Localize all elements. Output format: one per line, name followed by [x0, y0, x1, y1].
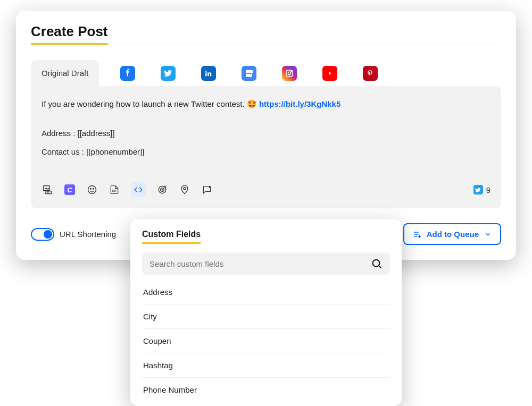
chevron-down-icon [484, 231, 492, 238]
svg-point-12 [184, 187, 186, 189]
custom-field-item[interactable]: Coupen [142, 329, 390, 353]
svg-point-13 [209, 186, 210, 188]
page-title: Create Post [31, 23, 108, 45]
custom-field-item[interactable]: Hashtag [142, 353, 390, 378]
editor-text-line3: Contact us : [[phonenumber]] [41, 145, 491, 159]
tabs-row: Original Draft [31, 60, 501, 86]
editor-toolbar: C GIF 9 [41, 182, 491, 197]
add-to-queue-label: Add to Queue [427, 230, 479, 239]
custom-field-item[interactable]: City [142, 304, 390, 329]
youtube-icon[interactable] [322, 66, 337, 81]
social-icons-row [120, 66, 378, 81]
google-business-icon[interactable] [242, 66, 256, 81]
search-icon[interactable] [371, 258, 383, 269]
target-icon[interactable] [156, 184, 168, 196]
post-editor[interactable]: If you are wondering how to launch a new… [31, 86, 501, 208]
custom-fields-popup: Custom Fields Address City Coupen Hashta… [130, 219, 402, 406]
first-comment-icon[interactable] [201, 184, 213, 196]
twitter-icon[interactable] [161, 66, 176, 81]
title-row: Create Post [31, 23, 501, 45]
custom-field-item[interactable]: Address [142, 280, 390, 304]
custom-fields-search-input[interactable] [149, 259, 371, 268]
svg-text:GIF: GIF [112, 189, 117, 192]
tab-original-draft[interactable]: Original Draft [31, 60, 99, 86]
add-to-queue-button[interactable]: Add to Queue [403, 223, 501, 245]
editor-content: If you are wondering how to launch a new… [41, 97, 491, 159]
editor-link[interactable]: https://bit.ly/3KgNkk5 [259, 99, 340, 108]
custom-field-item[interactable]: Phone Number [142, 378, 390, 402]
custom-fields-icon[interactable] [131, 182, 146, 197]
svg-point-5 [88, 186, 96, 194]
custom-fields-search-wrap [142, 252, 390, 275]
editor-text-line2: Address : [[address]] [41, 126, 491, 140]
svg-point-7 [93, 189, 94, 190]
character-counter: 9 [473, 185, 491, 194]
queue-icon [413, 230, 421, 239]
location-icon[interactable] [179, 184, 190, 196]
emoji-icon[interactable] [86, 184, 98, 196]
editor-text-line1: If you are wondering how to launch a new… [41, 99, 247, 108]
svg-point-6 [90, 189, 92, 190]
custom-fields-list: Address City Coupen Hashtag Phone Number [142, 280, 390, 402]
gif-icon[interactable]: GIF [109, 184, 120, 196]
url-shortening-label: URL Shortening [60, 230, 116, 239]
custom-fields-title: Custom Fields [142, 230, 201, 244]
char-count-value: 9 [486, 185, 491, 194]
twitter-small-icon [473, 185, 483, 194]
instagram-icon[interactable] [282, 66, 297, 81]
url-shortening-toggle[interactable] [31, 228, 54, 241]
svg-point-14 [373, 260, 380, 267]
media-icon[interactable] [41, 184, 53, 196]
url-shortening-toggle-wrap: URL Shortening [31, 228, 116, 241]
facebook-icon[interactable] [120, 66, 135, 81]
linkedin-icon[interactable] [201, 66, 216, 81]
svg-point-11 [162, 189, 163, 190]
svg-point-2 [291, 71, 292, 71]
canva-icon[interactable]: C [64, 184, 76, 196]
emoji-star-struck: 🤩 [247, 99, 257, 108]
pinterest-icon[interactable] [363, 66, 378, 81]
svg-point-1 [288, 72, 291, 74]
